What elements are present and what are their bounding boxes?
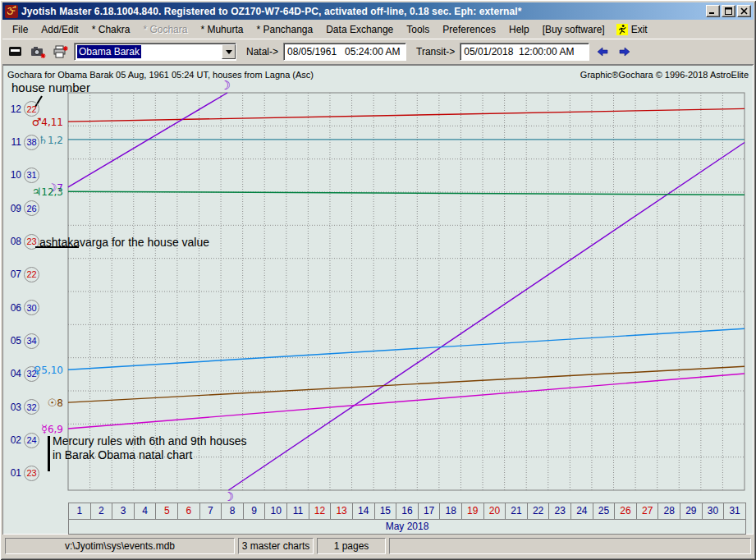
annotation-underline <box>35 246 79 248</box>
ashtakavarga-badge: 22 <box>24 267 39 282</box>
mercury-label: ☿6,9 <box>41 422 63 434</box>
menu-help[interactable]: Help <box>502 22 536 37</box>
day-cell-25: 25 <box>593 503 616 519</box>
annotation-house-number: house number <box>11 80 90 94</box>
arrow-right-icon <box>618 47 631 57</box>
ashtakavarga-badge: 31 <box>24 168 39 183</box>
ashtakavarga-badge: 26 <box>24 200 39 216</box>
menu-exit-label: Exit <box>631 24 648 35</box>
day-cell-16: 16 <box>396 503 419 519</box>
chart-title: Gochara for Obama Barak 05 Aug, 1961 05:… <box>7 70 314 80</box>
menu-buy-software[interactable]: [Buy software] <box>536 22 612 37</box>
series-sun <box>68 366 745 402</box>
day-cell-29: 29 <box>680 503 703 519</box>
house-number: 10 <box>7 169 21 181</box>
house-label-06: 0630 <box>7 300 39 315</box>
day-cell-4: 4 <box>135 503 157 519</box>
house-number: 09 <box>7 203 21 214</box>
house-number: 04 <box>7 368 21 379</box>
series-venus <box>68 328 745 370</box>
menu-preferences[interactable]: Preferences <box>436 22 502 37</box>
saturn-glyph-icon: ♄ <box>38 133 48 145</box>
snapshot-button[interactable] <box>28 42 48 62</box>
ashtakavarga-badge: 24 <box>24 433 39 448</box>
day-cell-7: 7 <box>200 503 222 519</box>
house-number: 05 <box>7 335 21 347</box>
sun-glyph-icon: ☉ <box>48 397 57 409</box>
house-number: 02 <box>7 434 21 446</box>
minimize-button[interactable] <box>706 5 720 17</box>
natal-label: Natal-> <box>246 46 278 57</box>
transit-back-button[interactable] <box>593 43 612 61</box>
maximize-button[interactable] <box>722 5 735 17</box>
day-cell-6: 6 <box>178 503 200 519</box>
chart-list-button[interactable] <box>6 42 25 62</box>
menu-chakra[interactable]: * Chakra <box>85 22 137 37</box>
close-button[interactable] <box>737 5 751 17</box>
house-number: 07 <box>7 269 21 280</box>
house-label-03: 0332 <box>7 399 39 415</box>
day-cell-5: 5 <box>156 503 178 519</box>
day-cell-14: 14 <box>353 503 375 519</box>
status-pages: 1 pages <box>317 538 386 554</box>
menu-file[interactable]: File <box>6 22 34 37</box>
app-window: Jyotish Master 6.18.1004.840. Registered… <box>0 0 756 560</box>
transit-forward-button[interactable] <box>616 43 634 61</box>
natal-datetime-input[interactable] <box>283 43 406 61</box>
day-cell-20: 20 <box>484 503 506 519</box>
transit-label: Transit-> <box>416 46 455 57</box>
house-label-09: 0926 <box>7 200 39 216</box>
series-mercury <box>68 374 745 429</box>
ashtakavarga-badge: 34 <box>24 333 39 349</box>
saturn-label: ♄1,2 <box>38 133 63 145</box>
day-cell-13: 13 <box>331 503 353 519</box>
day-cell-18: 18 <box>440 503 462 519</box>
day-cell-22: 22 <box>528 503 550 519</box>
mercury-glyph-icon: ☿ <box>41 422 48 434</box>
house-label-01: 0123 <box>7 466 39 481</box>
day-cell-30: 30 <box>703 503 725 519</box>
title-bar[interactable]: Jyotish Master 6.18.1004.840. Registered… <box>2 2 754 20</box>
transit-datetime-input[interactable] <box>460 43 589 61</box>
arrow-left-icon <box>596 47 609 57</box>
day-cell-15: 15 <box>375 503 397 519</box>
day-cell-11: 11 <box>287 503 309 519</box>
day-cell-3: 3 <box>112 503 135 519</box>
day-cell-31: 31 <box>724 503 745 519</box>
house-number: 06 <box>7 302 21 314</box>
annotation-vbar <box>48 436 50 471</box>
house-label-05: 0534 <box>7 333 39 349</box>
ashtakavarga-badge: 32 <box>24 399 39 415</box>
window-title: Jyotish Master 6.18.1004.840. Registered… <box>21 6 706 17</box>
status-master-charts: 3 master charts <box>238 538 314 554</box>
menu-add-edit[interactable]: Add/Edit <box>34 22 85 37</box>
mars-glyph-icon: ♂ <box>32 116 42 128</box>
gochara-plot: ☽☽ <box>2 65 754 535</box>
menu-panchanga[interactable]: * Panchanga <box>250 22 319 37</box>
house-label-11: 1138 <box>7 135 39 150</box>
sun-label: ☉8 <box>48 397 63 409</box>
house-label-10: 1031 <box>7 168 39 183</box>
status-database-path: v:\Jyotim\sys\events.mdb <box>5 538 235 554</box>
house-number: 12 <box>7 103 21 115</box>
day-cell-17: 17 <box>419 503 441 519</box>
chart-selector-dropdown-button[interactable] <box>222 44 236 59</box>
status-bar: v:\Jyotim\sys\events.mdb 3 master charts… <box>2 535 754 558</box>
day-cell-8: 8 <box>222 503 244 519</box>
menu-data-exchange[interactable]: Data Exchange <box>319 22 400 37</box>
menu-muhurta[interactable]: * Muhurta <box>194 22 250 37</box>
moon-icon: ☽ <box>220 78 231 93</box>
gochara-chart-panel: ☽☽ Gochara for Obama Barak 05 Aug, 1961 … <box>2 65 754 535</box>
house-number: 03 <box>7 402 21 413</box>
day-cell-9: 9 <box>244 503 266 519</box>
menu-tools[interactable]: Tools <box>400 22 436 37</box>
house-label-02: 0224 <box>7 433 39 448</box>
camera-icon <box>30 45 46 59</box>
menu-exit[interactable]: Exit <box>612 22 653 37</box>
toolbar: Obama Barak Natal-> Transit-> <box>2 39 754 65</box>
house-number: 01 <box>7 467 21 479</box>
chart-selector-combobox[interactable]: Obama Barak <box>74 43 236 61</box>
print-button[interactable] <box>50 42 70 62</box>
exit-runner-icon <box>616 24 628 35</box>
day-cell-23: 23 <box>549 503 571 519</box>
